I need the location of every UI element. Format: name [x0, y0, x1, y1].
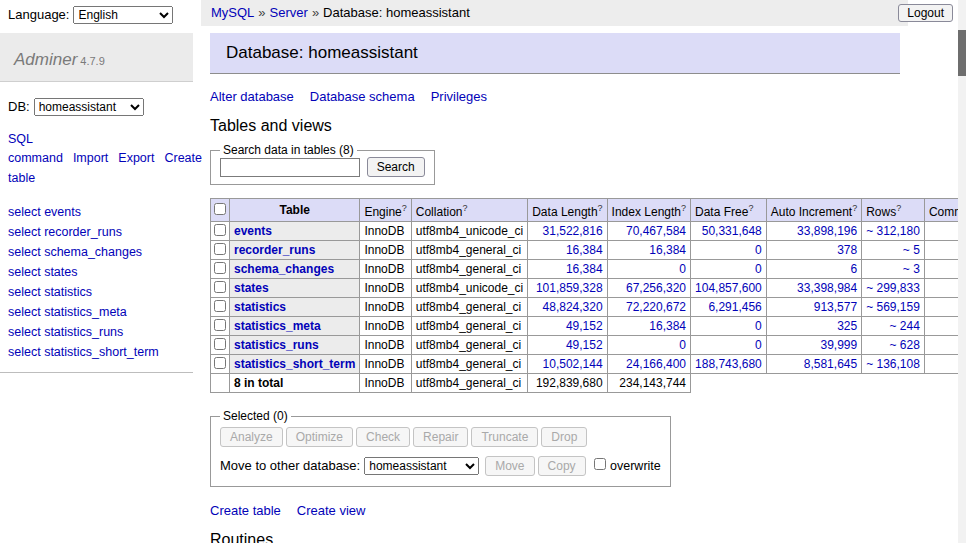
rows-link[interactable]: ~ 628 [890, 338, 920, 352]
index-length-link[interactable]: 67,256,320 [626, 281, 686, 295]
data-length-link[interactable]: 16,384 [566, 262, 603, 276]
language-select[interactable]: English [73, 6, 173, 24]
scrollbar[interactable] [958, 0, 966, 543]
row-checkbox-events[interactable] [214, 224, 226, 236]
table-link-states[interactable]: states [234, 281, 269, 295]
sidebar-item-select-recorder-runs[interactable]: select recorder_runs [8, 222, 193, 242]
help-icon[interactable]: ? [748, 203, 753, 213]
optimize-button[interactable]: Optimize [286, 427, 353, 447]
row-checkbox-cell [211, 355, 230, 374]
breadcrumb-link-mysql[interactable]: MySQL [211, 5, 254, 20]
breadcrumb-link-server[interactable]: Server [270, 5, 308, 20]
rows-link[interactable]: ~ 569,159 [866, 300, 920, 314]
sidebar-action-export[interactable]: Export [118, 151, 154, 165]
auto-increment-link[interactable]: 378 [837, 243, 857, 257]
rows-link[interactable]: ~ 3 [903, 262, 920, 276]
data-length-link[interactable]: 16,384 [566, 243, 603, 257]
row-checkbox-statistics[interactable] [214, 300, 226, 312]
data-free-link[interactable]: 104,857,600 [695, 281, 762, 295]
table-link-statistics-short-term[interactable]: statistics_short_term [234, 357, 355, 371]
auto-increment-link[interactable]: 6 [850, 262, 857, 276]
search-button[interactable]: Search [367, 157, 425, 177]
auto-increment-link[interactable]: 913,577 [814, 300, 857, 314]
db-link-database-schema[interactable]: Database schema [310, 89, 415, 104]
data-free-link[interactable]: 0 [755, 262, 762, 276]
scrollbar-thumb[interactable] [958, 30, 966, 76]
row-checkbox-schema-changes[interactable] [214, 262, 226, 274]
table-link-statistics-meta[interactable]: statistics_meta [234, 319, 321, 333]
analyze-button[interactable]: Analyze [220, 427, 283, 447]
index-length-link[interactable]: 16,384 [649, 319, 686, 333]
help-icon[interactable]: ? [402, 203, 407, 213]
index-length-link[interactable]: 72,220,672 [626, 300, 686, 314]
sidebar-item-select-statistics-runs[interactable]: select statistics_runs [8, 322, 193, 342]
sidebar-item-select-statistics-short-term[interactable]: select statistics_short_term [8, 342, 193, 362]
table-link-statistics[interactable]: statistics [234, 300, 286, 314]
table-link-statistics-runs[interactable]: statistics_runs [234, 338, 319, 352]
row-checkbox-states[interactable] [214, 281, 226, 293]
table-link-events[interactable]: events [234, 224, 272, 238]
index-length-link[interactable]: 70,467,584 [626, 224, 686, 238]
rows-link[interactable]: ~ 5 [903, 243, 920, 257]
data-free-link[interactable]: 0 [755, 243, 762, 257]
index-length-link[interactable]: 16,384 [649, 243, 686, 257]
sidebar-action-sql-command[interactable]: SQL command [8, 132, 63, 165]
data-length-link[interactable]: 49,152 [566, 338, 603, 352]
data-free-link[interactable]: 0 [755, 319, 762, 333]
auto-increment-link[interactable]: 325 [837, 319, 857, 333]
help-icon[interactable]: ? [852, 203, 857, 213]
sidebar-item-select-events[interactable]: select events [8, 202, 193, 222]
select-all-checkbox[interactable] [214, 203, 226, 215]
create-link-create-view[interactable]: Create view [297, 503, 366, 518]
check-button[interactable]: Check [356, 427, 410, 447]
rows-link[interactable]: ~ 136,108 [866, 357, 920, 371]
auto-increment-link[interactable]: 39,999 [820, 338, 857, 352]
db-link-privileges[interactable]: Privileges [431, 89, 487, 104]
sidebar-item-select-statistics[interactable]: select statistics [8, 282, 193, 302]
help-icon[interactable]: ? [896, 203, 901, 213]
move-db-select[interactable]: homeassistant [364, 457, 479, 475]
data-length-link[interactable]: 10,502,144 [543, 357, 603, 371]
rows-link[interactable]: ~ 299,833 [866, 281, 920, 295]
data-free-link[interactable]: 6,291,456 [708, 300, 761, 314]
sidebar-action-import[interactable]: Import [73, 151, 108, 165]
help-icon[interactable]: ? [598, 203, 603, 213]
rows-link[interactable]: ~ 312,180 [866, 224, 920, 238]
logout-button[interactable]: Logout [898, 4, 953, 22]
row-checkbox-statistics-runs[interactable] [214, 338, 226, 350]
move-button[interactable]: Move [485, 456, 534, 476]
help-icon[interactable]: ? [462, 203, 467, 213]
sidebar-item-select-states[interactable]: select states [8, 262, 193, 282]
index-length-link[interactable]: 0 [679, 262, 686, 276]
index-length-link[interactable]: 24,166,400 [626, 357, 686, 371]
repair-button[interactable]: Repair [413, 427, 468, 447]
table-link-schema-changes[interactable]: schema_changes [234, 262, 334, 276]
auto-increment-link[interactable]: 8,581,645 [804, 357, 857, 371]
drop-button[interactable]: Drop [541, 427, 587, 447]
search-input[interactable] [220, 158, 360, 177]
auto-increment-link[interactable]: 33,398,984 [797, 281, 857, 295]
index-length-link[interactable]: 0 [679, 338, 686, 352]
data-length-link[interactable]: 49,152 [566, 319, 603, 333]
row-checkbox-statistics-short-term[interactable] [214, 357, 226, 369]
row-checkbox-statistics-meta[interactable] [214, 319, 226, 331]
auto-increment-link[interactable]: 33,898,196 [797, 224, 857, 238]
data-length-link[interactable]: 101,859,328 [536, 281, 603, 295]
create-link-create-table[interactable]: Create table [210, 503, 281, 518]
db-link-alter-database[interactable]: Alter database [210, 89, 294, 104]
db-select[interactable]: homeassistant [34, 98, 144, 116]
data-length-link[interactable]: 31,522,816 [543, 224, 603, 238]
copy-button[interactable]: Copy [538, 456, 586, 476]
truncate-button[interactable]: Truncate [471, 427, 538, 447]
data-free-link[interactable]: 50,331,648 [702, 224, 762, 238]
rows-link[interactable]: ~ 244 [890, 319, 920, 333]
help-icon[interactable]: ? [681, 203, 686, 213]
data-length-link[interactable]: 48,824,320 [543, 300, 603, 314]
table-link-recorder-runs[interactable]: recorder_runs [234, 243, 315, 257]
overwrite-checkbox[interactable] [594, 458, 606, 470]
data-free-link[interactable]: 0 [755, 338, 762, 352]
sidebar-item-select-schema-changes[interactable]: select schema_changes [8, 242, 193, 262]
row-checkbox-recorder-runs[interactable] [214, 243, 226, 255]
sidebar-item-select-statistics-meta[interactable]: select statistics_meta [8, 302, 193, 322]
data-free-link[interactable]: 188,743,680 [695, 357, 762, 371]
